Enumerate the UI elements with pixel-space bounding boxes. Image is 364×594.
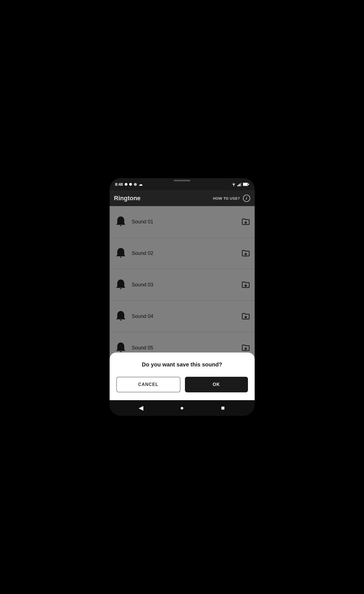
signal-icon	[237, 182, 242, 186]
info-icon-label: i	[246, 196, 247, 201]
recents-icon: ■	[221, 404, 225, 412]
phone-frame: 8:48 ⊗ ☁	[110, 178, 255, 416]
header-right: HOW TO USE? i	[213, 195, 250, 202]
svg-rect-7	[248, 184, 249, 185]
save-dialog: Do you want save this sound? CANCEL OK	[110, 352, 255, 400]
app-title: Ringtone	[114, 195, 141, 202]
status-right	[231, 182, 249, 186]
svg-rect-1	[237, 185, 238, 186]
dialog-buttons: CANCEL OK	[116, 377, 248, 392]
battery-icon	[243, 183, 249, 186]
back-icon: ◀	[139, 404, 143, 412]
ok-button[interactable]: OK	[185, 377, 248, 392]
nav-bar: ◀ ● ■	[110, 400, 255, 416]
time-display: 8:48	[115, 182, 123, 187]
cancel-button[interactable]: CANCEL	[116, 377, 180, 392]
home-icon: ●	[180, 404, 184, 412]
dialog-title: Do you want save this sound?	[116, 361, 248, 368]
at-icon: ⊗	[134, 182, 137, 187]
svg-point-0	[233, 186, 234, 186]
app-header: Ringtone HOW TO USE? i	[110, 190, 255, 206]
info-button[interactable]: i	[243, 195, 250, 202]
svg-rect-4	[241, 183, 242, 186]
cloud-icon: ☁	[139, 182, 143, 187]
recents-button[interactable]: ■	[217, 402, 228, 414]
home-button[interactable]: ●	[176, 402, 187, 414]
content-area: Sound 01 Sound 02	[110, 206, 255, 400]
how-to-use-label[interactable]: HOW TO USE?	[213, 196, 240, 201]
svg-rect-3	[240, 183, 240, 186]
status-dot-2	[129, 183, 132, 186]
back-button[interactable]: ◀	[136, 402, 147, 414]
status-dot-1	[125, 183, 127, 186]
wifi-icon	[231, 182, 236, 186]
status-left: 8:48 ⊗ ☁	[115, 182, 143, 187]
pull-indicator	[174, 180, 191, 181]
svg-rect-6	[243, 183, 247, 185]
svg-rect-2	[238, 184, 239, 186]
